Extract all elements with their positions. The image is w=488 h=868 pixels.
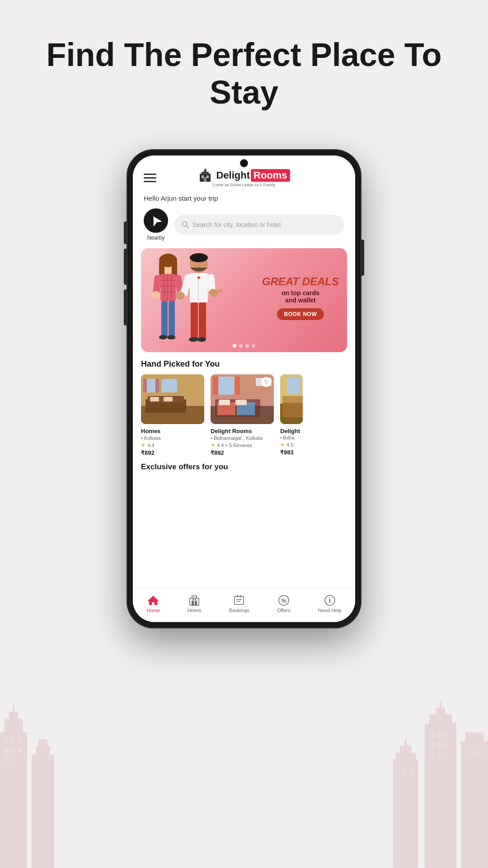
hotel-2-favorite[interactable]: ♡: [261, 377, 271, 387]
banner-dot-2[interactable]: [239, 344, 243, 348]
logo-delight-text: Delight: [216, 170, 250, 181]
hotel-3-price: ₹983: [280, 449, 303, 456]
svg-rect-58: [160, 280, 176, 281]
search-icon: [182, 221, 189, 228]
nav-item-bookings[interactable]: Bookings: [229, 594, 249, 613]
hotel-2-name: Delight Rooms: [211, 428, 274, 434]
svg-rect-89: [155, 379, 159, 392]
svg-rect-0: [0, 732, 27, 868]
hotel-card-3[interactable]: Delight • Bidha ★ 4.5 ₹983: [280, 374, 303, 456]
hotel-2-price: ₹892: [211, 449, 274, 456]
svg-rect-117: [195, 601, 197, 605]
navigation-icon: [150, 215, 162, 226]
menu-button[interactable]: [144, 174, 156, 182]
banner-pagination: [233, 344, 255, 348]
svg-rect-17: [436, 708, 445, 714]
bottom-navigation: Home Hotels: [133, 588, 355, 622]
svg-rect-88: [143, 379, 147, 392]
svg-rect-98: [235, 377, 240, 395]
svg-point-68: [167, 335, 175, 340]
svg-point-82: [189, 337, 198, 342]
exclusive-offers-section: Exclusive offers for you: [133, 456, 355, 472]
phone-camera: [240, 159, 248, 167]
logo-rooms-text: Rooms: [251, 169, 290, 182]
svg-rect-36: [396, 769, 399, 773]
svg-rect-109: [282, 378, 287, 394]
nearby-label: Nearby: [147, 235, 165, 241]
book-now-button[interactable]: BOOK NOW: [277, 308, 324, 320]
hotel-card-3-image: [280, 374, 303, 424]
nav-hotels-label: Hotels: [188, 608, 202, 613]
svg-rect-57: [171, 274, 172, 301]
svg-rect-5: [36, 746, 50, 755]
svg-rect-112: [282, 396, 303, 403]
hotel-2-location: • Bidhannagar , Kolkata: [211, 435, 274, 441]
svg-rect-55: [164, 274, 164, 301]
svg-rect-93: [164, 397, 173, 401]
hotel-1-location: • Kolkata: [141, 435, 204, 441]
hotel-card-1[interactable]: Homes • Kolkata ★ 4.4 ₹892: [141, 374, 204, 456]
svg-rect-8: [11, 739, 15, 744]
svg-rect-33: [395, 753, 416, 760]
svg-rect-2: [9, 712, 18, 719]
svg-rect-114: [190, 598, 199, 605]
hotel-card-2[interactable]: ♡ Delight Rooms • Bidhannagar , Kolkata …: [211, 374, 274, 456]
nav-home-label: Home: [146, 608, 160, 613]
app-logo: Delight Rooms Come as Guest Leave As A F…: [198, 168, 290, 187]
nav-item-help[interactable]: i Need Help: [318, 594, 342, 613]
promo-banner[interactable]: GREAT DEALS on top cards and wallet BOOK…: [141, 248, 347, 352]
svg-marker-47: [150, 215, 162, 226]
hotel-2-rating: ★ 4.4 • 5 Reviews: [211, 442, 274, 448]
nearby-button[interactable]: [144, 208, 168, 233]
power-button: [361, 240, 364, 276]
help-icon: i: [324, 594, 336, 606]
search-input-box[interactable]: Search for city, location or hotel: [174, 215, 344, 235]
svg-rect-23: [445, 732, 449, 738]
banner-dot-4[interactable]: [252, 344, 255, 348]
svg-rect-9: [18, 739, 22, 744]
svg-rect-16: [429, 714, 452, 723]
nav-item-home[interactable]: Home: [146, 594, 160, 613]
svg-rect-12: [18, 748, 22, 753]
banner-text-area: GREAT DEALS on top cards and wallet BOOK…: [262, 276, 339, 320]
svg-rect-21: [429, 732, 434, 738]
svg-point-83: [197, 337, 206, 342]
hero-title: Find The Perfect Place To Stay: [0, 36, 488, 111]
hotel-card-1-image: [141, 374, 204, 424]
svg-rect-97: [213, 377, 218, 395]
hotels-icon: [188, 594, 200, 606]
svg-point-79: [176, 292, 185, 300]
svg-text:i: i: [329, 597, 331, 604]
svg-rect-123: [237, 595, 238, 597]
svg-rect-59: [160, 286, 176, 287]
svg-rect-56: [167, 274, 168, 301]
svg-text:%: %: [281, 598, 286, 604]
logo-icon: [198, 168, 212, 183]
search-area: Nearby Search for city, location or hote…: [133, 208, 355, 248]
offers-icon: %: [278, 594, 290, 606]
svg-rect-52: [159, 260, 164, 276]
svg-rect-15: [425, 723, 456, 868]
svg-rect-13: [5, 757, 8, 762]
svg-rect-35: [404, 739, 407, 746]
mute-button: [124, 222, 127, 244]
nav-offers-label: Offers: [277, 608, 291, 613]
home-icon: [147, 594, 159, 606]
nav-item-hotels[interactable]: Hotels: [188, 594, 202, 613]
nav-item-offers[interactable]: % Offers: [277, 594, 291, 613]
banner-dot-1[interactable]: [233, 344, 236, 348]
search-placeholder-text: Search for city, location or hotel: [192, 221, 281, 228]
svg-rect-37: [403, 769, 406, 773]
phone-device: Delight Rooms Come as Guest Leave As A F…: [127, 149, 361, 628]
svg-rect-110: [300, 378, 303, 394]
svg-rect-6: [38, 739, 47, 746]
hotel-1-price: ₹892: [141, 449, 204, 456]
banner-background: GREAT DEALS on top cards and wallet BOOK…: [141, 248, 347, 352]
svg-rect-61: [161, 301, 168, 337]
svg-rect-34: [400, 746, 411, 753]
svg-rect-28: [437, 752, 441, 758]
svg-rect-104: [219, 400, 230, 405]
banner-dot-3[interactable]: [245, 344, 249, 348]
svg-rect-62: [169, 301, 175, 337]
svg-rect-22: [437, 732, 441, 738]
